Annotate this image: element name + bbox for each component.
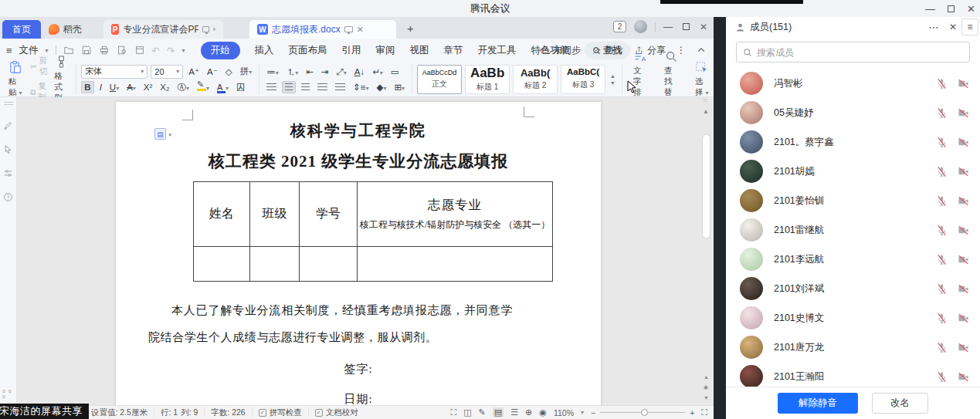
mic-muted-icon[interactable] [936,283,948,295]
member-search-box[interactable] [736,42,970,63]
bold-button[interactable]: B [81,81,93,93]
camera-muted-icon[interactable] [958,342,969,353]
unmute-button[interactable]: 解除静音 [778,393,858,414]
ribbon-tab-home[interactable]: 开始 [201,42,240,59]
shrink-font-button[interactable]: A⁻ [205,66,220,78]
shading-icon[interactable]: ◆▾ [375,81,389,93]
tab-ppt-file[interactable]: P 专业分流宣讲会PPT.pptx [103,20,223,39]
style-heading1[interactable]: AaBb 标题 1 [465,65,510,94]
mic-muted-icon[interactable] [936,107,948,119]
wps-maximize-icon[interactable] [683,23,690,30]
char-border-button[interactable]: 囚 [234,81,248,94]
page-view-icon[interactable]: ▤ [493,407,504,417]
paste-button[interactable]: 粘贴 ▾ [6,60,25,98]
camera-muted-icon[interactable] [958,166,969,177]
rail-handle[interactable] [4,102,13,105]
numbered-list-icon[interactable]: ⒈▾ [284,66,301,79]
mic-muted-icon[interactable] [936,137,948,148]
highlight-color-button[interactable]: ▾ [195,82,212,93]
tab-doc-file-active[interactable]: W 志愿填报表.docx ✕ [249,20,396,39]
member-search-input[interactable] [757,47,963,58]
mic-muted-icon[interactable] [936,166,948,177]
phonetic-guide-icon[interactable]: 拼▾ [238,65,255,78]
minimize-icon[interactable]: — [925,3,935,15]
camera-muted-icon[interactable] [958,371,969,383]
spellcheck-button[interactable]: ✓ 拼写检查 [253,408,309,417]
zoom-in-icon[interactable]: + [690,408,694,417]
text-effects-icon[interactable]: Ⓐ▾ [175,81,192,94]
outline-view-icon[interactable]: ☰ [510,407,518,417]
select-button[interactable]: 选择 ▾ [689,61,714,98]
format-painter-button[interactable]: 格式刷 [52,55,71,103]
scroll-up-icon[interactable]: ▲ [703,108,709,115]
align-center-icon[interactable] [282,81,296,93]
styles-scroll-up-icon[interactable]: ▲ [610,73,615,79]
camera-muted-icon[interactable] [958,195,969,207]
ribbon-tab-review[interactable]: 审阅 [376,44,395,57]
web-view-icon[interactable]: ⊕ [525,407,532,417]
member-row[interactable]: 05吴婕妤 [726,98,980,127]
tab-close-icon[interactable]: ✕ [357,25,364,35]
camera-muted-icon[interactable] [958,107,969,119]
wps-close-icon[interactable]: ✕ [700,22,707,32]
panel-close-icon[interactable]: ✕ [949,22,957,32]
paste-options-icon[interactable]: ▤ [154,128,166,140]
member-row[interactable]: 2101姜怡钏 [726,186,980,215]
font-size-select[interactable]: 20▾ [151,65,183,79]
panel-menu-icon[interactable]: ≡ [961,19,978,35]
member-row[interactable]: 2101李远航 [726,245,980,274]
show-marks-icon[interactable]: ↵▾ [370,66,385,78]
justify-icon[interactable] [315,82,330,93]
open-file-icon[interactable] [63,45,74,56]
camera-muted-icon[interactable] [958,78,969,90]
tab-home[interactable]: 首页 [2,20,41,39]
file-menu[interactable]: 文件 [19,44,39,57]
undo-icon[interactable]: ↶ [152,45,160,56]
tab-docer[interactable]: 稻壳 [41,20,90,39]
distribute-icon[interactable] [333,82,348,93]
pen-tool-icon[interactable] [3,120,13,130]
member-list[interactable]: 冯智彬 05吴婕妤 [726,69,980,387]
mic-muted-icon[interactable] [936,225,948,236]
zoom-level[interactable]: 110% [554,408,574,417]
new-tab-button[interactable]: + [407,22,414,35]
next-page-icon[interactable]: ▼ [704,395,709,400]
collaborate-button[interactable]: 协作 [592,44,623,57]
style-normal[interactable]: AaBbCcDd 正文 [417,65,462,94]
member-row[interactable]: 2101唐万龙 [726,333,980,362]
help-icon[interactable]: ? [3,192,13,202]
clear-format-icon[interactable]: ◇ [223,66,235,78]
member-row[interactable]: 2101雷继航 [726,215,980,245]
font-name-select[interactable]: 宋体▾ [81,65,148,79]
member-row[interactable]: 2101胡嫣 [726,157,980,186]
grow-font-button[interactable]: A⁺ [186,66,202,78]
read-mode-icon[interactable]: ◫ [463,407,471,417]
prev-page-icon[interactable]: ▲ [704,374,709,380]
decrease-indent-icon[interactable]: ⇤ [303,66,316,78]
select-browse-icon[interactable]: ◉ [704,384,709,390]
fullscreen-icon[interactable]: ⛶ [450,407,456,417]
borders-icon[interactable]: ⊞▾ [392,81,407,93]
account-avatar[interactable] [634,20,647,33]
style-heading3[interactable]: AaBbC( 标题 3 [561,65,605,94]
preview-icon[interactable] [134,45,145,56]
mic-muted-icon[interactable] [936,254,948,265]
bullet-list-icon[interactable]: ≔▾ [264,66,281,78]
wps-minimize-icon[interactable]: — [663,22,673,32]
mic-muted-icon[interactable] [936,195,948,207]
italic-button[interactable]: I [97,82,104,93]
close-icon[interactable]: ✕ [967,3,975,15]
styles-scroll-down-icon[interactable]: ▼ [610,80,615,86]
zoom-slider[interactable]: − + [591,408,694,417]
camera-muted-icon[interactable] [958,254,969,265]
cursor-tool-icon[interactable] [3,144,13,154]
align-right-icon[interactable] [299,82,312,93]
member-row[interactable]: 2101刘洋斌 [726,274,980,303]
ribbon-tab-layout[interactable]: 页面布局 [289,44,327,57]
mic-muted-icon[interactable] [936,313,948,324]
ribbon-tab-devtools[interactable]: 开发工具 [478,44,517,57]
sort-icon[interactable]: A↓ [352,66,367,77]
panel-more-icon[interactable]: ⋯ [928,21,940,33]
fit-page-icon[interactable]: ⛶ [701,407,707,417]
save-icon[interactable] [81,45,92,56]
